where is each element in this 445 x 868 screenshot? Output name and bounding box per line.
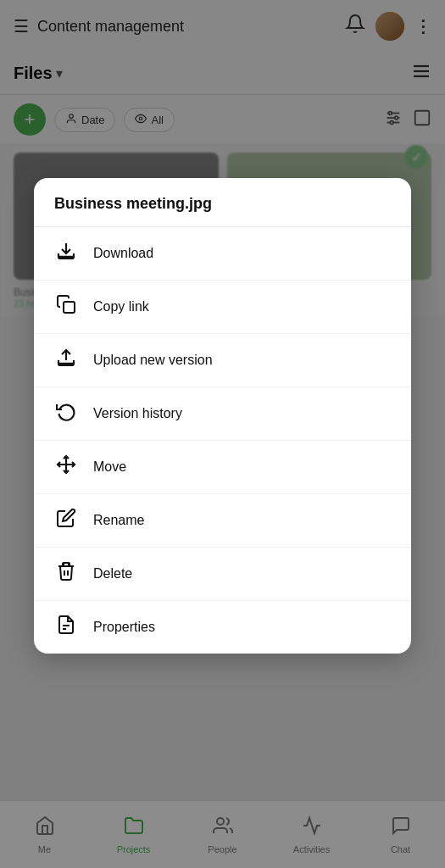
rename-icon <box>54 508 78 533</box>
upload-version-label: Upload new version <box>93 353 213 368</box>
properties-label: Properties <box>93 620 155 635</box>
copy-link-icon <box>54 294 78 320</box>
move-item[interactable]: Move <box>34 441 411 494</box>
rename-item[interactable]: Rename <box>34 494 411 548</box>
version-history-label: Version history <box>93 406 182 421</box>
download-item[interactable]: Download <box>34 227 411 281</box>
properties-item[interactable]: Properties <box>34 601 411 654</box>
modal-header: Business meeting.jpg <box>34 178 411 227</box>
version-history-icon <box>54 401 78 426</box>
context-menu-modal: Business meeting.jpg Download Copy link <box>34 178 411 654</box>
svg-rect-15 <box>64 302 75 313</box>
delete-item[interactable]: Delete <box>34 548 411 601</box>
modal-title: Business meeting.jpg <box>54 195 212 212</box>
move-label: Move <box>93 459 126 475</box>
upload-icon <box>54 348 78 373</box>
download-label: Download <box>93 246 153 261</box>
rename-label: Rename <box>93 513 144 528</box>
copy-link-label: Copy link <box>93 299 149 314</box>
delete-icon <box>54 561 78 587</box>
version-history-item[interactable]: Version history <box>34 387 411 441</box>
copy-link-item[interactable]: Copy link <box>34 281 411 334</box>
move-icon <box>54 454 78 480</box>
download-icon <box>54 241 78 266</box>
upload-version-item[interactable]: Upload new version <box>34 334 411 387</box>
properties-icon <box>54 615 78 640</box>
delete-label: Delete <box>93 566 132 581</box>
